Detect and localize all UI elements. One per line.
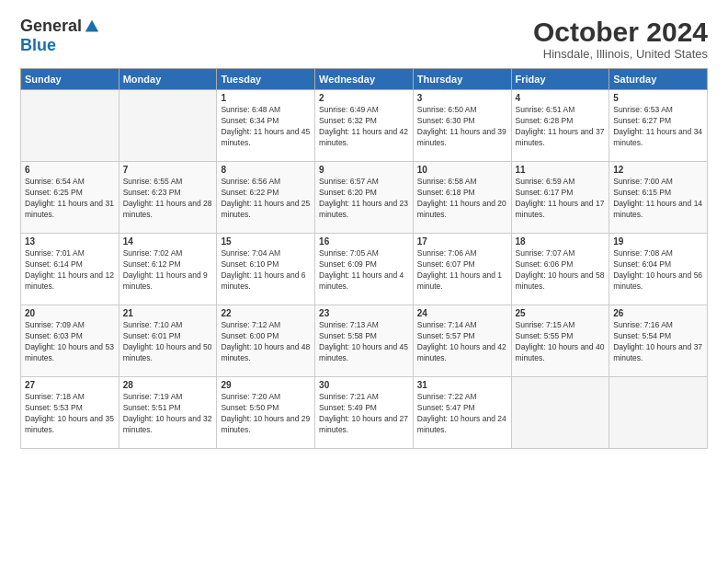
day-number: 5 [613, 93, 703, 103]
logo-blue: Blue [20, 36, 56, 55]
calendar-cell-w1-d6: 4 Sunrise: 6:51 AM Sunset: 6:28 PM Dayli… [511, 90, 609, 162]
day-detail: Sunrise: 7:20 AM Sunset: 5:50 PM Dayligh… [221, 392, 311, 436]
day-detail: Sunrise: 6:49 AM Sunset: 6:32 PM Dayligh… [319, 105, 409, 149]
calendar-cell-w5-d4: 30 Sunrise: 7:21 AM Sunset: 5:49 PM Dayl… [315, 377, 414, 449]
calendar-header-row: Sunday Monday Tuesday Wednesday Thursday… [21, 69, 708, 90]
day-number: 3 [417, 93, 507, 103]
day-number: 20 [25, 308, 115, 318]
day-number: 2 [319, 93, 409, 103]
calendar-cell-w1-d2 [119, 90, 217, 162]
day-detail: Sunrise: 7:01 AM Sunset: 6:14 PM Dayligh… [25, 248, 115, 293]
calendar-cell-w2-d4: 9 Sunrise: 6:57 AM Sunset: 6:20 PM Dayli… [315, 162, 414, 234]
calendar-cell-w2-d7: 12 Sunrise: 7:00 AM Sunset: 6:15 PM Dayl… [609, 162, 708, 234]
page: General Blue October 2024 Hinsdale, Illi… [0, 0, 728, 563]
calendar-cell-w1-d3: 1 Sunrise: 6:48 AM Sunset: 6:34 PM Dayli… [217, 90, 315, 162]
calendar-cell-w1-d4: 2 Sunrise: 6:49 AM Sunset: 6:32 PM Dayli… [315, 90, 414, 162]
calendar-cell-w2-d6: 11 Sunrise: 6:59 AM Sunset: 6:17 PM Dayl… [511, 162, 609, 234]
day-number: 14 [123, 236, 213, 247]
day-detail: Sunrise: 7:02 AM Sunset: 6:12 PM Dayligh… [123, 248, 213, 293]
day-detail: Sunrise: 7:04 AM Sunset: 6:10 PM Dayligh… [221, 248, 311, 293]
header-monday: Monday [119, 69, 217, 90]
header-friday: Friday [511, 69, 609, 90]
header-tuesday: Tuesday [217, 69, 315, 90]
calendar-cell-w5-d3: 29 Sunrise: 7:20 AM Sunset: 5:50 PM Dayl… [217, 377, 315, 449]
day-number: 13 [25, 236, 115, 247]
header-thursday: Thursday [413, 69, 511, 90]
day-detail: Sunrise: 6:56 AM Sunset: 6:22 PM Dayligh… [221, 177, 311, 221]
day-detail: Sunrise: 7:16 AM Sunset: 5:54 PM Dayligh… [613, 320, 703, 364]
logo-general: General [20, 17, 82, 36]
day-detail: Sunrise: 7:09 AM Sunset: 6:03 PM Dayligh… [25, 320, 115, 364]
day-detail: Sunrise: 7:00 AM Sunset: 6:15 PM Dayligh… [613, 177, 703, 221]
day-detail: Sunrise: 6:53 AM Sunset: 6:27 PM Dayligh… [613, 105, 703, 149]
calendar-cell-w2-d2: 7 Sunrise: 6:55 AM Sunset: 6:23 PM Dayli… [119, 162, 217, 234]
day-detail: Sunrise: 6:51 AM Sunset: 6:28 PM Dayligh… [516, 105, 606, 149]
calendar-week-1: 1 Sunrise: 6:48 AM Sunset: 6:34 PM Dayli… [21, 90, 708, 162]
calendar-cell-w2-d1: 6 Sunrise: 6:54 AM Sunset: 6:25 PM Dayli… [21, 162, 119, 234]
day-detail: Sunrise: 6:55 AM Sunset: 6:23 PM Dayligh… [123, 177, 213, 221]
day-detail: Sunrise: 6:58 AM Sunset: 6:18 PM Dayligh… [417, 177, 507, 221]
calendar-cell-w2-d3: 8 Sunrise: 6:56 AM Sunset: 6:22 PM Dayli… [217, 162, 315, 234]
calendar-cell-w5-d1: 27 Sunrise: 7:18 AM Sunset: 5:53 PM Dayl… [21, 377, 119, 449]
day-detail: Sunrise: 7:15 AM Sunset: 5:55 PM Dayligh… [516, 320, 606, 364]
calendar-week-5: 27 Sunrise: 7:18 AM Sunset: 5:53 PM Dayl… [21, 377, 708, 449]
day-number: 6 [25, 165, 115, 175]
day-number: 17 [417, 236, 507, 247]
day-number: 19 [613, 236, 703, 247]
calendar-cell-w3-d5: 17 Sunrise: 7:06 AM Sunset: 6:07 PM Dayl… [413, 234, 511, 305]
day-detail: Sunrise: 7:06 AM Sunset: 6:07 PM Dayligh… [417, 248, 507, 293]
calendar-cell-w5-d7 [609, 377, 708, 449]
day-number: 15 [221, 236, 311, 247]
month-title: October 2024 [533, 17, 708, 47]
day-detail: Sunrise: 7:21 AM Sunset: 5:49 PM Dayligh… [319, 392, 409, 436]
header-saturday: Saturday [609, 69, 708, 90]
calendar-cell-w3-d1: 13 Sunrise: 7:01 AM Sunset: 6:14 PM Dayl… [21, 234, 119, 305]
calendar-cell-w4-d6: 25 Sunrise: 7:15 AM Sunset: 5:55 PM Dayl… [511, 305, 609, 377]
day-number: 10 [417, 165, 507, 175]
day-detail: Sunrise: 6:54 AM Sunset: 6:25 PM Dayligh… [25, 177, 115, 221]
calendar-cell-w3-d6: 18 Sunrise: 7:07 AM Sunset: 6:06 PM Dayl… [511, 234, 609, 305]
day-number: 28 [123, 380, 213, 390]
day-detail: Sunrise: 7:12 AM Sunset: 6:00 PM Dayligh… [221, 320, 311, 364]
day-number: 27 [25, 380, 115, 390]
calendar-cell-w4-d3: 22 Sunrise: 7:12 AM Sunset: 6:00 PM Dayl… [217, 305, 315, 377]
calendar-cell-w5-d2: 28 Sunrise: 7:19 AM Sunset: 5:51 PM Dayl… [119, 377, 217, 449]
logo-icon [84, 18, 100, 35]
calendar-cell-w3-d7: 19 Sunrise: 7:08 AM Sunset: 6:04 PM Dayl… [609, 234, 708, 305]
calendar-week-3: 13 Sunrise: 7:01 AM Sunset: 6:14 PM Dayl… [21, 234, 708, 305]
day-number: 9 [319, 165, 409, 175]
day-detail: Sunrise: 6:59 AM Sunset: 6:17 PM Dayligh… [516, 177, 606, 221]
day-number: 16 [319, 236, 409, 247]
calendar-cell-w4-d4: 23 Sunrise: 7:13 AM Sunset: 5:58 PM Dayl… [315, 305, 414, 377]
day-number: 21 [123, 308, 213, 318]
day-number: 4 [516, 93, 606, 103]
calendar-cell-w4-d7: 26 Sunrise: 7:16 AM Sunset: 5:54 PM Dayl… [609, 305, 708, 377]
day-number: 18 [516, 236, 606, 247]
day-detail: Sunrise: 7:18 AM Sunset: 5:53 PM Dayligh… [25, 392, 115, 436]
day-number: 12 [613, 165, 703, 175]
day-number: 30 [319, 380, 409, 390]
calendar-cell-w3-d3: 15 Sunrise: 7:04 AM Sunset: 6:10 PM Dayl… [217, 234, 315, 305]
day-detail: Sunrise: 7:07 AM Sunset: 6:06 PM Dayligh… [516, 248, 606, 293]
day-number: 24 [417, 308, 507, 318]
calendar-cell-w1-d1 [21, 90, 119, 162]
day-number: 26 [613, 308, 703, 318]
day-number: 7 [123, 165, 213, 175]
day-detail: Sunrise: 7:13 AM Sunset: 5:58 PM Dayligh… [319, 320, 409, 364]
calendar-cell-w2-d5: 10 Sunrise: 6:58 AM Sunset: 6:18 PM Dayl… [413, 162, 511, 234]
day-detail: Sunrise: 7:19 AM Sunset: 5:51 PM Dayligh… [123, 392, 213, 436]
logo: General Blue [20, 17, 100, 55]
day-number: 23 [319, 308, 409, 318]
svg-marker-0 [85, 19, 98, 31]
day-number: 31 [417, 380, 507, 390]
calendar-table: Sunday Monday Tuesday Wednesday Thursday… [20, 68, 708, 449]
location: Hinsdale, Illinois, United States [533, 47, 708, 61]
calendar-cell-w4-d5: 24 Sunrise: 7:14 AM Sunset: 5:57 PM Dayl… [413, 305, 511, 377]
day-number: 22 [221, 308, 311, 318]
calendar-cell-w4-d2: 21 Sunrise: 7:10 AM Sunset: 6:01 PM Dayl… [119, 305, 217, 377]
header-wednesday: Wednesday [315, 69, 414, 90]
day-detail: Sunrise: 7:05 AM Sunset: 6:09 PM Dayligh… [319, 248, 409, 293]
day-detail: Sunrise: 7:14 AM Sunset: 5:57 PM Dayligh… [417, 320, 507, 364]
day-number: 29 [221, 380, 311, 390]
day-number: 25 [516, 308, 606, 318]
